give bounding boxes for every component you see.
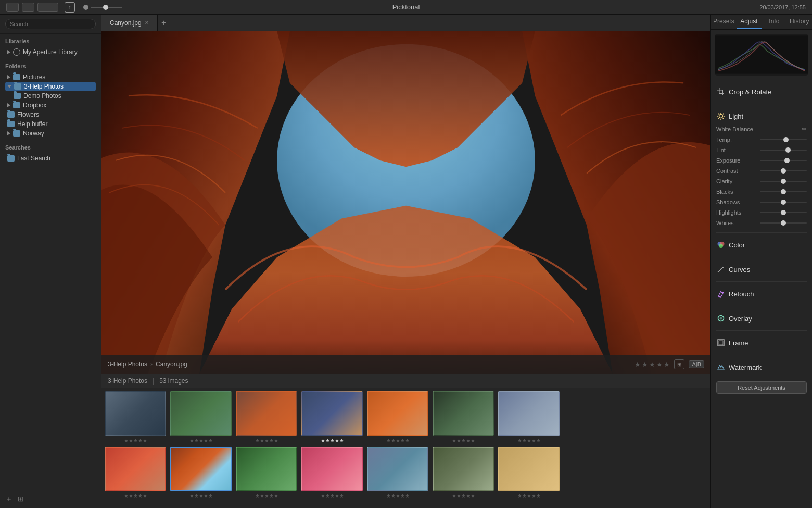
tint-slider[interactable] [760, 146, 807, 154]
window-btn-1[interactable] [6, 3, 19, 12]
highlights-slider[interactable] [760, 209, 807, 216]
whites-thumb[interactable] [781, 220, 786, 226]
tab-close-icon[interactable]: ✕ [145, 20, 149, 26]
whites-slider[interactable] [760, 219, 807, 227]
overlay-header[interactable]: Overlay [716, 311, 807, 326]
thumb-image [105, 447, 166, 491]
tab-canyon[interactable]: Canyon.jpg ✕ [102, 15, 158, 31]
thumb-item[interactable]: ★★★★★ [105, 391, 166, 443]
pencil-icon[interactable]: ✏ [802, 126, 807, 133]
thumb-item[interactable]: ★★★★★ [498, 391, 560, 443]
ab-badge[interactable]: A|B [689, 360, 704, 368]
sidebar-item-pictures[interactable]: Pictures [5, 72, 96, 82]
temp-slider[interactable] [760, 136, 807, 143]
exposure-thumb[interactable] [784, 158, 790, 163]
thumb-item[interactable]: ★★★★★ [367, 447, 428, 499]
reset-adjustments-button[interactable]: Reset Adjustments [716, 381, 807, 394]
light-header[interactable]: Light [716, 108, 807, 124]
image-viewer: 3-Help Photos › Canyon.jpg ★ ★ ★ ★ ★ ⊞ A… [102, 31, 710, 374]
tab-bar: Canyon.jpg ✕ + [102, 15, 710, 31]
thumb-item[interactable]: ★★★★★ [170, 391, 232, 443]
search-label: Last Search [17, 155, 50, 162]
clarity-slider[interactable] [760, 178, 807, 185]
thumb-item[interactable]: ★★★★★ [301, 447, 363, 499]
window-btn-2[interactable] [22, 3, 34, 12]
upload-icon[interactable]: ↑ [65, 2, 75, 13]
window-btn-3[interactable] [37, 3, 58, 12]
breadcrumb-folder: 3-Help Photos [108, 361, 147, 368]
tab-label: Canyon.jpg [110, 19, 142, 27]
folder-icon [13, 102, 20, 108]
sidebar-item-flowers[interactable]: Flowers [5, 110, 96, 119]
search-input[interactable] [5, 19, 96, 29]
thumb-item[interactable]: ★★★★★ [367, 391, 428, 443]
searches-title: Searches [5, 144, 96, 151]
tab-presets[interactable]: Presets [711, 15, 737, 29]
thumb-item-selected[interactable]: ★★★★★ [170, 447, 232, 499]
crop-header[interactable]: Crop & Rotate [716, 84, 807, 100]
svg-point-17 [719, 244, 723, 248]
blacks-label: Blacks [716, 189, 758, 195]
thumb-image [498, 391, 560, 436]
aperture-label: My Aperture Library [23, 48, 78, 56]
section-retouch: Retouch [711, 284, 812, 304]
contrast-thumb[interactable] [781, 168, 786, 174]
add-icon[interactable]: ＋ [5, 494, 12, 504]
tint-thumb[interactable] [785, 147, 791, 153]
thumb-item[interactable]: ★★★★★ [498, 447, 560, 499]
app-title: Picktorial [392, 3, 420, 11]
grid-view-icon[interactable]: ⊞ [674, 359, 684, 369]
svg-rect-21 [719, 341, 723, 345]
svg-rect-4 [722, 90, 724, 95]
searches-section: Searches Last Search [0, 140, 101, 165]
contrast-slider[interactable] [760, 167, 807, 175]
exposure-slider[interactable] [760, 157, 807, 164]
sidebar-item-helpbuffer[interactable]: Help buffer [5, 119, 96, 129]
divider [716, 281, 807, 282]
tint-row: Tint [716, 145, 807, 155]
zoom-slider[interactable] [91, 7, 122, 8]
curves-header[interactable]: Curves [716, 262, 807, 277]
image-stars[interactable]: ★ ★ ★ ★ ★ [635, 361, 670, 368]
clarity-thumb[interactable] [781, 179, 786, 184]
retouch-header[interactable]: Retouch [716, 286, 807, 302]
thumb-item[interactable]: ★★★★★ [301, 391, 363, 443]
folder-icon [14, 93, 21, 99]
highlights-track [760, 212, 807, 213]
sidebar: Libraries My Aperture Library Folders Pi… [0, 15, 102, 508]
grid-icon[interactable]: ⊞ [18, 494, 24, 504]
temp-thumb[interactable] [783, 137, 789, 142]
thumb-item[interactable]: ★★★★★ [433, 391, 494, 443]
color-header[interactable]: Color [716, 237, 807, 253]
zoom-thumb[interactable] [103, 5, 108, 10]
highlights-thumb[interactable] [781, 210, 786, 215]
sidebar-item-3help[interactable]: 3-Help Photos [5, 82, 96, 91]
tab-info[interactable]: Info [762, 15, 786, 29]
frame-header[interactable]: Frame [716, 335, 807, 351]
tab-add-button[interactable]: + [158, 17, 170, 29]
blacks-slider[interactable] [760, 188, 807, 195]
thumb-item[interactable]: ★★★★★ [236, 447, 297, 499]
shadows-slider[interactable] [760, 199, 807, 206]
thumb-item[interactable]: ★★★★★ [105, 447, 166, 499]
blacks-thumb[interactable] [781, 189, 786, 194]
sidebar-item-aperture[interactable]: My Aperture Library [5, 47, 96, 57]
sidebar-item-lastsearch[interactable]: Last Search [5, 154, 96, 163]
watermark-header[interactable]: Watermark [716, 360, 807, 375]
thumb-image-selected [170, 447, 232, 491]
sidebar-item-norway[interactable]: Norway [5, 129, 96, 138]
thumb-item[interactable]: ★★★★★ [433, 447, 494, 499]
light-icon [716, 111, 726, 121]
thumb-stars: ★★★★★ [452, 438, 475, 443]
tab-adjust[interactable]: Adjust [737, 15, 762, 29]
svg-line-14 [718, 118, 719, 119]
sidebar-footer: ＋ ⊞ [0, 490, 101, 508]
thumb-item[interactable]: ★★★★★ [236, 391, 297, 443]
gallery-row-2: ★★★★★ ★★★★★ ★★★★★ ★★★★★ [105, 447, 560, 499]
thumb-stars: ★★★★★ [189, 493, 213, 499]
sidebar-item-dropbox[interactable]: Dropbox [5, 101, 96, 110]
sidebar-item-demo[interactable]: Demo Photos [11, 91, 96, 101]
tab-history[interactable]: History [787, 15, 812, 29]
section-color: Color [711, 235, 812, 255]
shadows-thumb[interactable] [781, 200, 786, 205]
